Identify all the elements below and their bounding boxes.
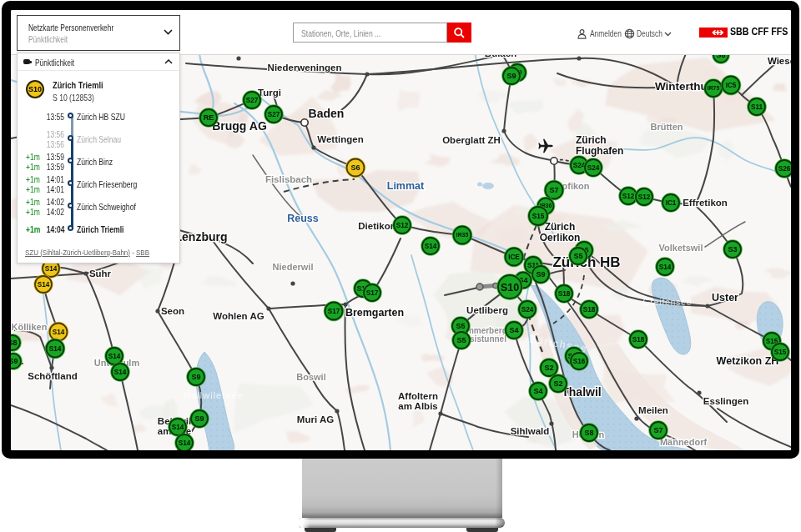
svg-text:Uster: Uster bbox=[712, 292, 738, 304]
svg-text:S9: S9 bbox=[191, 373, 200, 381]
svg-text:Turgi: Turgi bbox=[258, 88, 281, 98]
svg-text:S14: S14 bbox=[38, 281, 50, 289]
svg-text:S26: S26 bbox=[778, 165, 791, 173]
svg-text:S4: S4 bbox=[509, 326, 518, 334]
svg-text:S8: S8 bbox=[11, 339, 18, 347]
svg-text:S11: S11 bbox=[751, 103, 763, 111]
svg-text:S8: S8 bbox=[584, 429, 593, 437]
svg-text:Thalwil: Thalwil bbox=[562, 385, 601, 399]
svg-text:S14: S14 bbox=[53, 329, 65, 336]
svg-text:S14: S14 bbox=[49, 345, 62, 353]
svg-text:Kölliken: Kölliken bbox=[12, 322, 48, 332]
svg-text:Meilen: Meilen bbox=[638, 405, 668, 415]
svg-text:S5: S5 bbox=[456, 322, 465, 330]
svg-text:Wetzikon ZH: Wetzikon ZH bbox=[717, 355, 779, 367]
svg-text:S9: S9 bbox=[506, 72, 516, 80]
svg-text:Zürich: Zürich bbox=[545, 221, 576, 233]
svg-text:ofikon: ofikon bbox=[562, 181, 590, 191]
svg-text:S5: S5 bbox=[456, 336, 466, 344]
svg-text:Wettingen: Wettingen bbox=[317, 134, 363, 144]
svg-text:S12: S12 bbox=[638, 193, 651, 201]
svg-text:S15: S15 bbox=[532, 213, 545, 220]
svg-text:IC5: IC5 bbox=[726, 82, 737, 89]
svg-text:RE: RE bbox=[204, 113, 214, 122]
svg-text:am Albis: am Albis bbox=[398, 401, 438, 411]
svg-text:Flughafen: Flughafen bbox=[576, 145, 623, 157]
svg-text:IC1: IC1 bbox=[666, 199, 677, 207]
svg-text:S9: S9 bbox=[194, 414, 204, 423]
svg-text:S17: S17 bbox=[328, 308, 340, 315]
svg-text:Limmat: Limmat bbox=[387, 180, 425, 192]
svg-text:S17: S17 bbox=[366, 289, 379, 297]
svg-text:ICE: ICE bbox=[508, 253, 520, 261]
svg-text:Sihlwald: Sihlwald bbox=[511, 426, 550, 436]
svg-text:S10: S10 bbox=[501, 282, 519, 294]
svg-text:Niederweningen: Niederweningen bbox=[268, 63, 342, 73]
svg-text:S8: S8 bbox=[716, 55, 725, 59]
svg-text:S9: S9 bbox=[11, 357, 18, 365]
svg-text:S14: S14 bbox=[172, 424, 184, 431]
svg-text:S14: S14 bbox=[425, 243, 437, 250]
svg-text:Zürich: Zürich bbox=[576, 134, 607, 146]
svg-text:S18: S18 bbox=[583, 306, 596, 314]
svg-text:IR35: IR35 bbox=[456, 232, 469, 238]
svg-text:Esslingen: Esslingen bbox=[703, 396, 748, 406]
svg-text:Volketswil: Volketswil bbox=[659, 243, 703, 253]
svg-text:sistunnel: sistunnel bbox=[470, 334, 506, 344]
svg-text:Bremgarten: Bremgarten bbox=[345, 307, 404, 319]
svg-text:Wohlen AG: Wohlen AG bbox=[213, 311, 264, 321]
svg-text:Brütten: Brütten bbox=[650, 122, 683, 132]
svg-text:Boswil: Boswil bbox=[296, 372, 325, 382]
svg-text:S16: S16 bbox=[573, 358, 586, 365]
svg-text:S18: S18 bbox=[558, 290, 571, 298]
svg-text:S14: S14 bbox=[114, 369, 127, 376]
svg-text:Greifensee: Greifensee bbox=[643, 298, 693, 307]
svg-text:Niederwil: Niederwil bbox=[273, 262, 314, 272]
svg-text:Affoltern: Affoltern bbox=[398, 391, 438, 401]
svg-text:S12: S12 bbox=[622, 193, 635, 200]
svg-text:Fislisbach: Fislisbach bbox=[265, 174, 312, 184]
svg-text:S7: S7 bbox=[653, 426, 662, 434]
svg-text:S15: S15 bbox=[774, 349, 787, 356]
svg-text:S14: S14 bbox=[108, 353, 121, 360]
svg-text:Suhr: Suhr bbox=[89, 269, 112, 279]
svg-text:S3: S3 bbox=[728, 245, 737, 253]
svg-text:Effretikon: Effretikon bbox=[683, 198, 728, 208]
svg-text:Brugg AG: Brugg AG bbox=[212, 119, 267, 133]
svg-text:S12: S12 bbox=[396, 222, 409, 229]
svg-text:S24: S24 bbox=[521, 306, 534, 314]
svg-text:Hallwilersee: Hallwilersee bbox=[184, 390, 243, 400]
svg-text:Seon: Seon bbox=[161, 306, 184, 316]
svg-text:S14: S14 bbox=[45, 265, 58, 273]
svg-text:S14: S14 bbox=[179, 439, 191, 447]
svg-text:Oberglatt ZH: Oberglatt ZH bbox=[442, 135, 501, 145]
svg-text:S4: S4 bbox=[533, 387, 542, 395]
svg-text:Baden: Baden bbox=[309, 107, 345, 120]
svg-text:Oerlikon: Oerlikon bbox=[540, 232, 581, 243]
svg-text:S24: S24 bbox=[587, 164, 600, 172]
svg-text:Schöftland: Schöftland bbox=[28, 371, 77, 381]
svg-text:Bülach: Bülach bbox=[485, 55, 516, 58]
svg-text:S27: S27 bbox=[268, 111, 280, 118]
svg-text:S18: S18 bbox=[632, 336, 645, 344]
svg-text:S7: S7 bbox=[549, 186, 558, 194]
svg-text:Wiesen: Wiesen bbox=[768, 56, 791, 66]
svg-text:Reuss: Reuss bbox=[287, 213, 319, 224]
svg-text:Lenzburg: Lenzburg bbox=[175, 230, 228, 243]
svg-text:Muri AG: Muri AG bbox=[297, 414, 334, 424]
svg-text:S9: S9 bbox=[536, 270, 545, 279]
svg-text:S2: S2 bbox=[553, 379, 562, 388]
svg-text:IR75: IR75 bbox=[708, 85, 720, 91]
svg-text:S14: S14 bbox=[659, 263, 672, 271]
svg-text:Männedorf: Männedorf bbox=[660, 437, 708, 447]
svg-text:S2: S2 bbox=[544, 364, 553, 372]
svg-text:Dietikon: Dietikon bbox=[358, 221, 395, 231]
svg-text:S5: S5 bbox=[573, 252, 582, 260]
svg-text:Uetliberg: Uetliberg bbox=[466, 305, 508, 315]
svg-text:S6: S6 bbox=[350, 163, 360, 172]
svg-text:S27: S27 bbox=[246, 97, 259, 104]
